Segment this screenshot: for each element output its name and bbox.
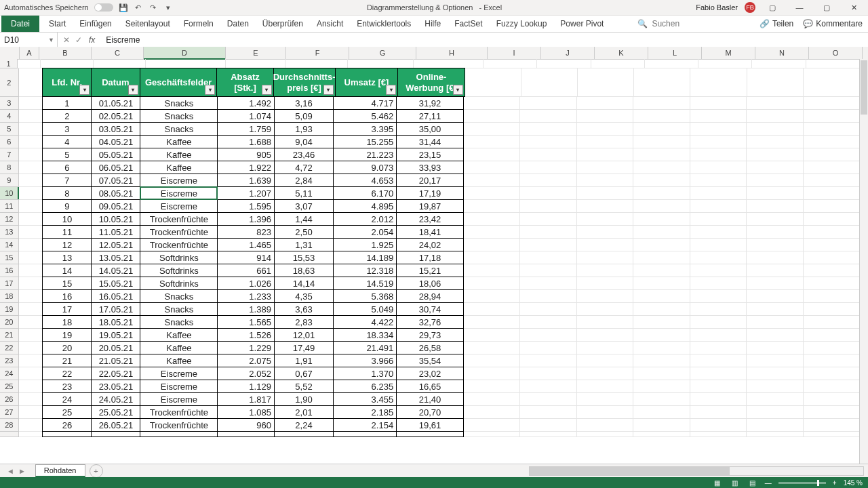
user-avatar[interactable]: FB [745, 2, 755, 13]
comments-button[interactable]: 💬Kommentare [803, 19, 863, 28]
cell-O7[interactable] [804, 148, 860, 161]
cell-H8[interactable]: 33,93 [396, 161, 464, 174]
cell-N19[interactable] [747, 303, 803, 316]
cell-D14[interactable]: Trockenfrüchte [140, 238, 218, 251]
cell-I4[interactable] [464, 110, 520, 123]
cell-N3[interactable] [747, 97, 803, 110]
table-header-0[interactable]: Lfd. Nr.▾ [42, 68, 92, 97]
cell-D27[interactable]: Trockenfrüchte [140, 405, 218, 419]
cell-B25[interactable]: 23 [42, 380, 92, 393]
row-header-11[interactable]: 11 [0, 200, 19, 213]
cell-G28[interactable]: 2.154 [333, 418, 397, 432]
cell-H23[interactable]: 35,54 [396, 354, 464, 367]
zoom-in-button[interactable]: + [833, 479, 837, 487]
cell-E28[interactable]: 960 [217, 418, 274, 432]
tab-start[interactable]: Start [42, 16, 73, 32]
zoom-slider[interactable] [778, 482, 826, 484]
cell-G26[interactable]: 3.455 [333, 392, 397, 406]
cell-I24[interactable] [464, 367, 520, 380]
cell-D21[interactable]: Kaffee [140, 328, 218, 342]
cell-B22[interactable]: 20 [42, 341, 92, 354]
cell-E18[interactable]: 1.233 [217, 289, 274, 303]
cell-O1[interactable] [806, 59, 860, 68]
cell-L7[interactable] [633, 148, 690, 161]
cell-M7[interactable] [690, 148, 747, 161]
cell-K8[interactable] [577, 161, 633, 174]
cell-O12[interactable] [804, 213, 860, 226]
row-header-24[interactable]: 24 [0, 367, 19, 380]
cell-A25[interactable] [19, 380, 43, 393]
cell-M15[interactable] [690, 251, 747, 264]
cell-L2[interactable] [634, 68, 690, 97]
cell-G13[interactable]: 2.054 [333, 225, 397, 239]
tab-daten[interactable]: Daten [220, 16, 256, 32]
cell-E29[interactable] [217, 431, 274, 437]
cell-E6[interactable]: 1.688 [217, 135, 274, 148]
cell-M11[interactable] [690, 200, 747, 213]
cell-A28[interactable] [19, 419, 43, 432]
cell-E23[interactable]: 2.075 [217, 354, 274, 367]
cell-M13[interactable] [690, 226, 747, 239]
row-header-10[interactable]: 10 [0, 187, 19, 200]
row-header-26[interactable]: 26 [0, 393, 19, 406]
cell-F10[interactable]: 5,11 [274, 186, 334, 200]
cell-D26[interactable]: Eiscreme [140, 392, 218, 406]
filter-icon[interactable]: ▾ [205, 85, 215, 95]
cell-K20[interactable] [577, 316, 633, 329]
cell-B16[interactable]: 14 [42, 264, 92, 277]
cell-E14[interactable]: 1.465 [217, 238, 274, 251]
col-header-C[interactable]: C [92, 47, 144, 59]
cell-H25[interactable]: 16,65 [396, 380, 464, 393]
cell-E27[interactable]: 1.085 [217, 405, 274, 419]
cell-D18[interactable]: Snacks [140, 289, 218, 303]
cell-G29[interactable] [333, 431, 397, 437]
cell-K11[interactable] [577, 200, 633, 213]
row-header-9[interactable]: 9 [0, 174, 19, 187]
cell-O9[interactable] [804, 174, 860, 187]
cell-C12[interactable]: 10.05.21 [91, 212, 140, 226]
cell-A3[interactable] [19, 97, 43, 110]
cell-K10[interactable] [577, 187, 633, 200]
cell-J29[interactable] [520, 432, 576, 437]
cell-C6[interactable]: 04.05.21 [91, 135, 140, 148]
cell-M9[interactable] [690, 174, 747, 187]
cell-M18[interactable] [690, 290, 747, 303]
table-header-6[interactable]: Online-Werbung [€]▾ [397, 68, 465, 97]
col-header-F[interactable]: F [286, 47, 349, 59]
row-header-20[interactable]: 20 [0, 316, 19, 329]
cell-A10[interactable] [19, 187, 43, 200]
cell-L12[interactable] [633, 213, 690, 226]
cell-L19[interactable] [633, 303, 690, 316]
col-header-L[interactable]: L [648, 47, 702, 59]
row-header-15[interactable]: 15 [0, 251, 19, 264]
cell-J8[interactable] [520, 161, 576, 174]
cell-N5[interactable] [747, 123, 803, 136]
cell-A24[interactable] [19, 367, 43, 380]
col-header-N[interactable]: N [755, 47, 809, 59]
cell-G1[interactable] [348, 59, 414, 68]
cell-E7[interactable]: 905 [217, 148, 274, 161]
cell-B21[interactable]: 19 [42, 328, 92, 342]
row-header-29[interactable] [0, 432, 19, 437]
cell-B18[interactable]: 16 [42, 289, 92, 303]
cell-O17[interactable] [804, 277, 860, 290]
row-header-18[interactable]: 18 [0, 290, 19, 303]
cell-A6[interactable] [19, 136, 43, 148]
cell-A1[interactable] [18, 59, 41, 68]
cell-D9[interactable]: Eiscreme [140, 174, 218, 187]
cell-F12[interactable]: 1,44 [274, 212, 334, 226]
cell-K17[interactable] [577, 277, 633, 290]
cell-K27[interactable] [577, 406, 633, 419]
row-header-14[interactable]: 14 [0, 239, 19, 251]
row-header-1[interactable]: 1 [0, 59, 18, 68]
cell-G8[interactable]: 9.073 [333, 161, 397, 174]
cell-D3[interactable]: Snacks [140, 96, 218, 110]
cell-I5[interactable] [464, 123, 520, 136]
cell-B28[interactable]: 26 [42, 418, 92, 432]
cell-D11[interactable]: Eiscreme [140, 199, 218, 213]
cell-F18[interactable]: 4,35 [274, 289, 334, 303]
cell-J6[interactable] [520, 136, 576, 148]
zoom-out-button[interactable]: — [765, 479, 772, 487]
cell-J26[interactable] [520, 393, 576, 406]
cell-G25[interactable]: 6.235 [333, 380, 397, 393]
